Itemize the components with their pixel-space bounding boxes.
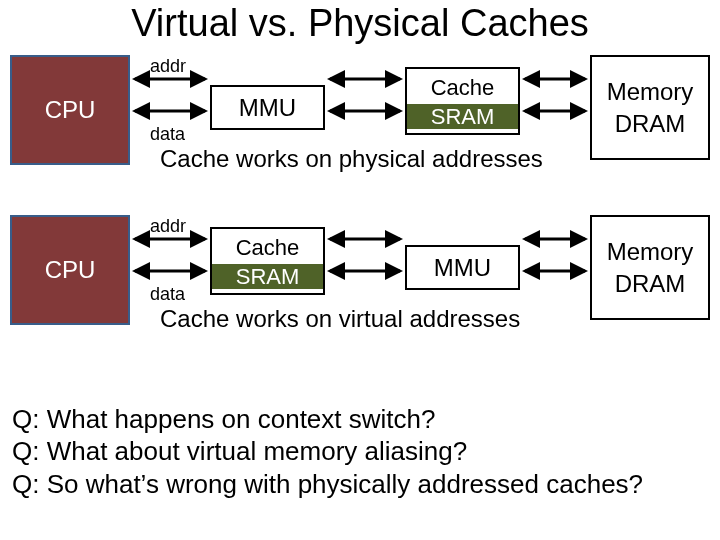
- slide-title: Virtual vs. Physical Caches: [0, 2, 720, 45]
- question-3: Q: So what’s wrong with physically addre…: [12, 468, 643, 501]
- diagram-physical: CPU addr data MMU Cache SRAM Memory DRAM…: [10, 45, 710, 195]
- double-arrow-icon: [520, 265, 590, 285]
- double-arrow-icon: [325, 105, 405, 125]
- memory-box: Memory DRAM: [590, 55, 710, 160]
- double-arrow-icon: [325, 233, 405, 253]
- double-arrow-icon: [520, 233, 590, 253]
- caption-virtual: Cache works on virtual addresses: [160, 305, 520, 333]
- dram-label: DRAM: [615, 108, 686, 139]
- cpu-box: CPU: [10, 215, 130, 325]
- double-arrow-icon: [325, 265, 405, 285]
- mmu-box: MMU: [405, 245, 520, 290]
- cache-box: Cache SRAM: [405, 67, 520, 135]
- question-1: Q: What happens on context switch?: [12, 403, 643, 436]
- memory-label: Memory: [607, 236, 694, 267]
- double-arrow-icon: [130, 233, 210, 253]
- data-label: data: [150, 285, 185, 303]
- diagram-virtual: CPU addr data Cache SRAM MMU Memory DRAM…: [10, 205, 710, 355]
- memory-label: Memory: [607, 76, 694, 107]
- double-arrow-icon: [520, 105, 590, 125]
- cpu-box: CPU: [10, 55, 130, 165]
- caption-physical: Cache works on physical addresses: [160, 145, 543, 173]
- double-arrow-icon: [130, 73, 210, 93]
- dram-label: DRAM: [615, 268, 686, 299]
- sram-label: SRAM: [407, 104, 518, 129]
- double-arrow-icon: [325, 73, 405, 93]
- cache-label: Cache: [236, 233, 300, 264]
- sram-label: SRAM: [212, 264, 323, 289]
- double-arrow-icon: [520, 73, 590, 93]
- question-2: Q: What about virtual memory aliasing?: [12, 435, 643, 468]
- mmu-box: MMU: [210, 85, 325, 130]
- data-label: data: [150, 125, 185, 143]
- cache-label: Cache: [431, 73, 495, 104]
- questions-block: Q: What happens on context switch? Q: Wh…: [12, 403, 643, 501]
- double-arrow-icon: [130, 105, 210, 125]
- double-arrow-icon: [130, 265, 210, 285]
- cache-box: Cache SRAM: [210, 227, 325, 295]
- memory-box: Memory DRAM: [590, 215, 710, 320]
